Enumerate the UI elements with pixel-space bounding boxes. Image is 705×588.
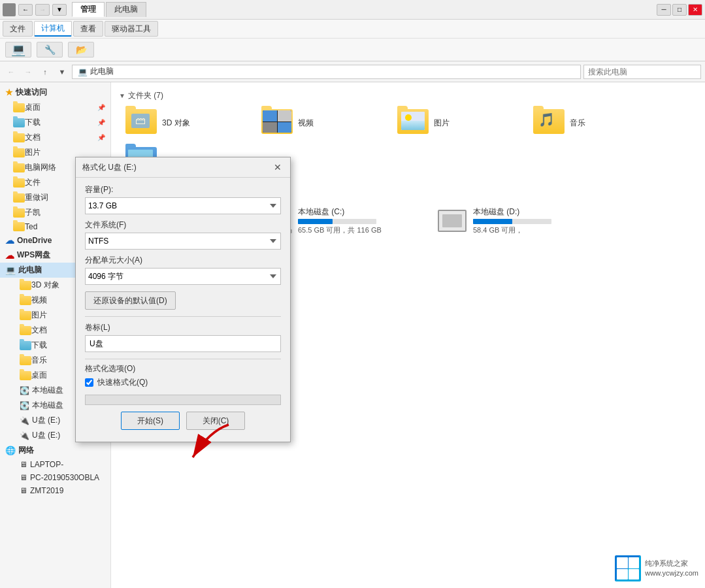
capacity-select[interactable]: 13.7 GB	[85, 197, 281, 214]
sidebar-item-download[interactable]: 下载 📌	[0, 115, 110, 130]
folders-section-header[interactable]: ▼ 文件夹 (7)	[116, 88, 700, 104]
sidebar-item-label: LAPTOP-	[30, 460, 63, 469]
folder-icon	[20, 326, 31, 335]
maximize-btn[interactable]: □	[672, 4, 687, 16]
drive-d-label: 本地磁盘 (D:)	[473, 206, 551, 218]
folder-icon	[13, 163, 25, 172]
folder-video-icon	[261, 109, 293, 137]
manage-tab[interactable]: 管理	[72, 2, 105, 17]
network-label: 网络	[18, 445, 34, 456]
volume-input[interactable]	[85, 335, 281, 352]
allocation-select[interactable]: 4096 字节	[85, 268, 281, 285]
sidebar-item-label: ZMT2019	[30, 486, 63, 495]
watermark-logo	[615, 555, 641, 581]
nav-up[interactable]: ↑	[38, 65, 52, 79]
folder-video[interactable]: 视频	[257, 106, 388, 139]
sidebar-laptop[interactable]: 🖥 LAPTOP-	[0, 458, 110, 471]
nav-back[interactable]: ←	[4, 65, 18, 79]
sidebar-zmt[interactable]: 🖥 ZMT2019	[0, 484, 110, 497]
filesystem-select[interactable]: NTFS	[85, 233, 281, 250]
sidebar-item-label: 本地磁盘	[32, 385, 63, 396]
folder-icon	[13, 103, 25, 112]
close-dialog-button[interactable]: 关闭(C)	[186, 412, 245, 430]
dialog-divider	[85, 316, 281, 317]
sidebar-item-label: 下载	[31, 340, 47, 351]
tab-drive-tools[interactable]: 驱动器工具	[105, 21, 158, 37]
search-input[interactable]	[583, 65, 701, 79]
recent-btn[interactable]: ▼	[52, 4, 67, 16]
drive-d-space: 58.4 GB 可用，	[473, 225, 551, 235]
sidebar-item-label: U盘 (E:)	[32, 430, 60, 441]
drive-c-fill	[298, 219, 333, 224]
sidebar-item-label: 文件	[25, 177, 41, 188]
dialog-title: 格式化 U盘 (E:)	[82, 162, 137, 173]
back-btn[interactable]: ←	[18, 4, 33, 16]
folder-music[interactable]: 🎵 音乐	[529, 106, 660, 139]
allocation-label: 分配单元大小(A)	[85, 255, 281, 266]
sidebar-quick-access[interactable]: ★ 快速访问	[0, 85, 110, 100]
ribbon-content: 💻 🔧 📂	[0, 39, 705, 61]
sidebar-item-label: PC-20190530OBLA	[30, 473, 99, 482]
sidebar-pc2[interactable]: 🖥 PC-20190530OBLA	[0, 471, 110, 484]
this-pc-tab[interactable]: 此电脑	[106, 2, 146, 17]
sidebar-item-label: 本地磁盘	[32, 400, 63, 411]
folder-icon	[20, 356, 31, 365]
close-btn[interactable]: ✕	[688, 4, 702, 16]
drive-c-info: 本地磁盘 (C:) 65.5 GB 可用，共 116 GB	[298, 206, 382, 235]
pin-icon: 📌	[97, 104, 105, 111]
watermark-line1: 纯净系统之家	[645, 559, 698, 568]
wps-label: WPS网盘	[17, 250, 50, 261]
chevron-icon: ▼	[119, 92, 125, 99]
tab-computer[interactable]: 计算机	[34, 21, 72, 37]
tab-view[interactable]: 查看	[73, 21, 103, 37]
address-path[interactable]: 💻 此电脑	[72, 65, 581, 79]
sidebar-item-label: 下载	[25, 117, 41, 128]
path-text: 此电脑	[90, 66, 114, 77]
sidebar-network[interactable]: 🌐 网络	[0, 443, 110, 458]
cloud-icon: ☁	[5, 235, 14, 246]
tab-file[interactable]: 文件	[3, 21, 33, 37]
sidebar-item-label: 电脑网络	[25, 162, 56, 173]
drive-d-info: 本地磁盘 (D:) 58.4 GB 可用，	[473, 206, 551, 235]
ribbon-tool-1: 💻	[5, 42, 31, 57]
folder-music-icon: 🎵	[533, 109, 565, 137]
sidebar-item-label: 子凯	[25, 207, 41, 218]
pc-icon: 🖥	[20, 473, 27, 482]
sidebar-item-label: 文档	[31, 325, 47, 336]
sidebar-item-desktop[interactable]: 桌面 📌	[0, 100, 110, 115]
sidebar-item-documents[interactable]: 文档 📌	[0, 130, 110, 145]
volume-label: 卷标(L)	[85, 322, 281, 333]
sidebar-item-label: 图片	[25, 147, 41, 158]
dialog-divider2	[85, 359, 281, 359]
address-bar: ← → ↑ ▼ 💻 此电脑	[0, 61, 705, 82]
watermark: 纯净系统之家 www.ycwjzy.com	[615, 555, 698, 581]
watermark-line2: www.ycwjzy.com	[645, 568, 698, 578]
folder-icon	[13, 222, 25, 231]
drive-icon: 💽	[20, 401, 29, 410]
restore-defaults-btn[interactable]: 还原设备的默认值(D)	[85, 291, 176, 310]
drive-d-fill	[473, 219, 512, 224]
pin-icon: 📌	[97, 119, 105, 126]
ribbon-tool-3: 📂	[68, 42, 94, 57]
nav-recent[interactable]: ▼	[55, 65, 69, 79]
folder-icon	[20, 281, 31, 290]
nav-forward[interactable]: →	[21, 65, 35, 79]
drive-c-space: 65.5 GB 可用，共 116 GB	[298, 225, 382, 235]
folder-icon	[20, 311, 31, 320]
sidebar-item-label: 视频	[31, 295, 47, 306]
dialog-close-x[interactable]: ✕	[272, 161, 284, 173]
usb-icon: 🔌	[20, 416, 29, 425]
folder-label: 3D 对象	[162, 118, 190, 129]
forward-btn[interactable]: →	[35, 4, 50, 16]
folder-icon	[13, 193, 25, 203]
drive-c-bar	[298, 219, 376, 224]
minimize-btn[interactable]: ─	[657, 4, 671, 16]
folder-3d-object[interactable]: 🗃 3D 对象	[122, 106, 252, 139]
drive-d[interactable]: 本地磁盘 (D:) 58.4 GB 可用，	[433, 204, 602, 238]
title-bar-left: ← → ▼	[3, 3, 67, 16]
ribbon: 文件 计算机 查看 驱动器工具 💻 🔧 📂	[0, 20, 705, 61]
quick-format-checkbox[interactable]	[85, 378, 93, 387]
start-format-button[interactable]: 开始(S)	[121, 412, 180, 430]
folder-pictures[interactable]: 图片	[393, 106, 524, 139]
folder-icon	[13, 133, 25, 142]
